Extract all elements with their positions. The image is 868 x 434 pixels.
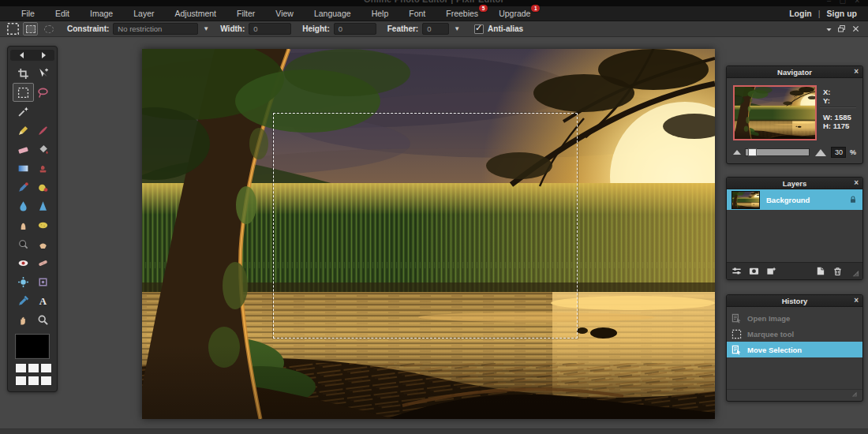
signup-link[interactable]: Sign up	[827, 9, 858, 18]
zoom-value-field[interactable]: 30	[831, 147, 846, 158]
delete-layer-icon[interactable]	[832, 266, 843, 276]
zoom-slider[interactable]	[745, 148, 810, 156]
pinch-tool[interactable]	[32, 272, 54, 291]
type-tool[interactable]: A	[32, 291, 54, 310]
swatch-cell[interactable]	[28, 376, 39, 386]
hand-tool[interactable]	[13, 310, 34, 329]
layer-mask-icon[interactable]	[749, 266, 759, 276]
action-step-icon	[731, 313, 742, 324]
wand-tool[interactable]	[13, 102, 34, 121]
crop-tool[interactable]	[13, 64, 34, 83]
feather-field[interactable]: 0	[422, 23, 449, 35]
history-item-move-selection[interactable]: Move Selection	[727, 342, 862, 357]
marquee-selection[interactable]	[273, 113, 578, 339]
menu-item-image[interactable]: Image	[80, 7, 123, 20]
swatch-cell[interactable]	[28, 363, 39, 373]
colorpicker-tool[interactable]	[13, 291, 34, 310]
navigator-zoom-row: 30 %	[727, 146, 862, 159]
eraser-tool[interactable]	[13, 140, 34, 159]
sponge-tool[interactable]	[32, 215, 54, 234]
menu-item-file[interactable]: File	[11, 7, 45, 20]
image-canvas[interactable]	[142, 49, 715, 419]
navigator-thumbnail[interactable]	[733, 85, 817, 140]
feather-dropdown-arrow-icon[interactable]: ▼	[454, 25, 460, 32]
constraint-dropdown[interactable]: No restriction	[113, 23, 198, 35]
menu-item-freebies[interactable]: Freebies5	[436, 7, 488, 20]
navigator-divider	[820, 107, 856, 108]
menu-item-language[interactable]: Language	[304, 7, 361, 20]
menu-item-font[interactable]: Font	[398, 7, 436, 20]
history-resize-grip-icon[interactable]	[852, 391, 860, 399]
height-field[interactable]: 0	[334, 23, 376, 35]
zoom-slider-handle[interactable]	[748, 148, 757, 156]
navigator-titlebar[interactable]: Navigator ×	[727, 66, 862, 78]
gradient-tool[interactable]	[13, 159, 34, 178]
action-step-icon	[731, 345, 742, 355]
collapse-arrow-icon[interactable]	[825, 25, 832, 32]
restore-window-icon[interactable]	[837, 24, 846, 33]
history-close-icon[interactable]: ×	[854, 296, 859, 305]
brush-tool[interactable]	[32, 121, 54, 140]
clone-stamp-tool[interactable]	[32, 159, 54, 178]
layers-titlebar[interactable]: Layers ×	[727, 178, 862, 189]
layers-resize-grip-icon[interactable]	[850, 268, 858, 275]
antialias-checkbox[interactable]	[474, 24, 484, 34]
tools-palette: A	[7, 46, 58, 392]
layers-close-icon[interactable]: ×	[854, 178, 859, 188]
zoom-tool[interactable]	[32, 310, 54, 329]
marquee-tool[interactable]	[13, 83, 34, 102]
width-field[interactable]: 0	[249, 23, 291, 35]
menu-item-upgrade[interactable]: Upgrade1	[488, 7, 541, 20]
menu-item-view[interactable]: View	[265, 7, 304, 20]
layer-settings-icon[interactable]	[731, 266, 742, 276]
history-titlebar[interactable]: History ×	[727, 295, 862, 307]
pencil-tool[interactable]	[13, 121, 34, 140]
red-eye-tool[interactable]	[13, 253, 34, 272]
layer-lock-icon[interactable]	[848, 195, 858, 204]
menu-item-layer[interactable]: Layer	[123, 7, 164, 20]
burn-tool[interactable]	[32, 234, 54, 253]
history-item-open-image[interactable]: Open Image	[727, 310, 862, 326]
menu-item-adjustment[interactable]: Adjustment	[164, 7, 226, 20]
new-layer-icon[interactable]	[815, 266, 825, 276]
constraint-dropdown-arrow-icon[interactable]: ▼	[203, 25, 209, 32]
ellipse-select-mode-button[interactable]	[41, 22, 56, 36]
zoom-in-icon[interactable]	[815, 149, 826, 156]
blur-tool[interactable]	[13, 196, 34, 215]
history-item-marquee-tool[interactable]: Marquee tool	[727, 326, 862, 342]
history-item-label: Move Selection	[747, 346, 802, 354]
zoom-out-icon[interactable]	[733, 150, 741, 155]
layer-style-icon[interactable]	[766, 266, 776, 276]
sharpen-tool[interactable]	[32, 196, 54, 215]
swatch-cell[interactable]	[15, 363, 27, 373]
palette-next-icon[interactable]	[42, 52, 46, 58]
rect-select-mode-button[interactable]	[23, 22, 38, 36]
history-panel: History × Open ImageMarquee toolMove Sel…	[726, 294, 863, 402]
bucket-tool[interactable]	[32, 140, 54, 159]
swatch-cell[interactable]	[40, 363, 52, 373]
layer-row-background[interactable]: Background	[727, 189, 862, 210]
lasso-tool[interactable]	[32, 83, 54, 102]
swatch-cell[interactable]	[40, 376, 52, 386]
layers-title: Layers	[783, 179, 807, 188]
color-replace-tool[interactable]	[13, 178, 34, 196]
close-window-icon[interactable]	[851, 24, 860, 33]
layer-name-label: Background	[766, 196, 848, 204]
spot-heal-tool[interactable]	[32, 253, 54, 272]
smudge-tool[interactable]	[13, 215, 34, 234]
drawing-tool[interactable]	[32, 178, 54, 196]
dodge-tool[interactable]	[13, 234, 34, 253]
login-link[interactable]: Login	[789, 9, 812, 18]
menu-item-filter[interactable]: Filter	[226, 7, 265, 20]
menu-item-help[interactable]: Help	[361, 7, 399, 20]
antialias-label: Anti-alias	[488, 24, 523, 33]
foreground-color-swatch[interactable]	[16, 335, 49, 358]
bloat-tool[interactable]	[13, 272, 34, 291]
navigator-close-icon[interactable]: ×	[854, 67, 859, 77]
swatch-cell[interactable]	[15, 376, 27, 386]
menu-item-edit[interactable]: Edit	[45, 7, 80, 20]
rect-select-icon	[26, 25, 36, 33]
history-item-label: Open Image	[747, 314, 790, 323]
palette-prev-icon[interactable]	[20, 52, 24, 58]
move-tool[interactable]	[32, 64, 54, 83]
